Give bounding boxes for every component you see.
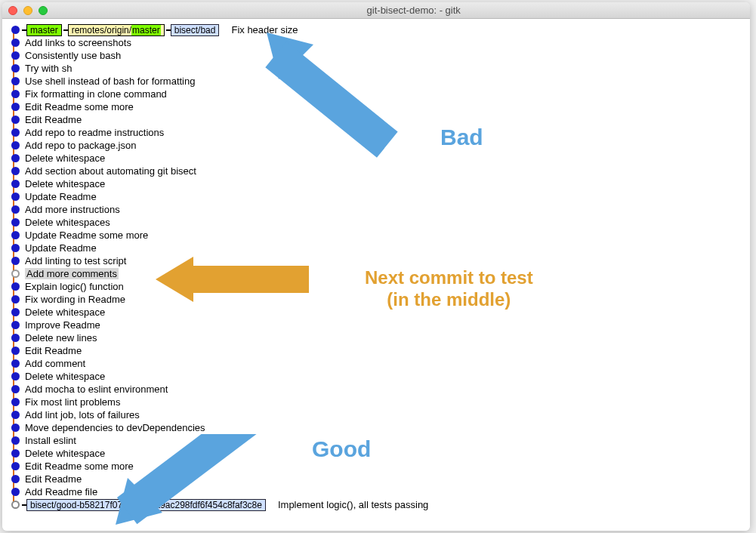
commit-row[interactable]: Move dependencies to devDependencies <box>8 421 744 434</box>
commit-row[interactable]: Fix most lint problems <box>8 396 744 408</box>
graph-node-col <box>8 51 22 60</box>
titlebar: git-bisect-demo: - gitk <box>2 2 750 19</box>
graph-node-col <box>8 501 22 509</box>
graph-node-col <box>8 308 22 316</box>
bisect-good-tag[interactable]: bisect/good-b58217f071509f8da9ac298fdf6f… <box>26 499 266 511</box>
commit-row[interactable]: Edit Readme <box>8 344 744 357</box>
commit-row[interactable]: Add lint job, lots of failures <box>8 408 744 421</box>
commit-row[interactable]: Add links to screenshots <box>8 36 744 49</box>
branch-tag-master[interactable]: master <box>26 24 62 36</box>
graph-node-col <box>8 180 22 188</box>
commit-row[interactable]: Delete whitespaces <box>8 216 744 229</box>
commit-node-icon <box>11 321 20 329</box>
commit-row[interactable]: Add comment <box>8 357 744 370</box>
zoom-icon[interactable] <box>39 6 48 15</box>
commit-row[interactable]: Add more instructions <box>8 203 744 216</box>
commit-row[interactable]: Add linting to test script <box>8 254 744 267</box>
commit-node-icon <box>11 488 20 496</box>
commit-row[interactable]: Edit Readme some more <box>8 460 744 473</box>
graph-node-col <box>8 436 22 445</box>
commit-list: masterremotes/origin/masterbisect/badFix… <box>8 23 744 511</box>
graph-node-col <box>8 64 22 72</box>
graph-node-col <box>8 39 22 47</box>
traffic-lights <box>8 6 48 15</box>
commit-row[interactable]: Delete new lines <box>8 331 744 344</box>
commit-row[interactable]: Add section about automating git bisect <box>8 165 744 177</box>
commit-row[interactable]: Add repo to package.json <box>8 139 744 152</box>
commit-message: Explain logic() function <box>25 281 124 292</box>
commit-row[interactable]: Explain logic() function <box>8 280 744 293</box>
commit-row[interactable]: Improve Readme <box>8 319 744 331</box>
commit-row[interactable]: Try with sh <box>8 62 744 75</box>
commit-node-icon <box>11 372 20 380</box>
commit-row[interactable]: masterremotes/origin/masterbisect/badFix… <box>8 23 744 36</box>
commit-node-icon <box>11 193 20 201</box>
commit-node-icon <box>11 449 20 458</box>
commit-node-icon <box>11 462 20 470</box>
graph-node-col <box>8 372 22 380</box>
commit-node-icon <box>11 475 20 483</box>
commit-node-icon <box>11 64 20 72</box>
graph-node-col <box>8 231 22 239</box>
remote-branch-tag[interactable]: remotes/origin/master <box>68 24 165 36</box>
graph-node-col <box>8 321 22 329</box>
commit-row[interactable]: Edit Readme <box>8 473 744 485</box>
commit-node-icon <box>11 90 20 98</box>
commit-message: Install eslint <box>25 435 76 446</box>
commit-row[interactable]: Delete whitespace <box>8 370 744 383</box>
commit-row[interactable]: Delete whitespace <box>8 306 744 319</box>
commit-row[interactable]: Consistently use bash <box>8 49 744 62</box>
commit-node-icon <box>11 359 20 368</box>
commit-row[interactable]: Delete whitespace <box>8 447 744 460</box>
commit-message: Add more comments <box>25 268 119 279</box>
commit-message: Improve Readme <box>25 319 100 331</box>
graph-node-col <box>8 116 22 124</box>
commit-node-icon <box>11 141 20 149</box>
window: git-bisect-demo: - gitk masterremotes/or… <box>2 2 750 531</box>
commit-node-icon <box>11 398 20 406</box>
commit-row[interactable]: Add repo to readme instructions <box>8 126 744 139</box>
commit-row[interactable]: Install eslint <box>8 434 744 447</box>
commit-message: Edit Readme <box>25 473 82 485</box>
commit-message: Delete whitespace <box>25 307 105 318</box>
commit-message: Update Readme <box>25 242 97 254</box>
commit-message: Fix formatting in clone command <box>25 88 167 100</box>
commit-message: Update Readme some more <box>25 230 148 241</box>
commit-row[interactable]: Use shell instead of bash for formatting <box>8 75 744 88</box>
graph-node-col <box>8 411 22 419</box>
commit-row[interactable]: Add Readme file <box>8 485 744 498</box>
graph-node-col <box>8 295 22 303</box>
commit-row[interactable]: Delete whitespace <box>8 152 744 165</box>
bisect-bad-tag[interactable]: bisect/bad <box>171 24 220 36</box>
commit-node-icon <box>11 334 20 342</box>
commit-node-icon <box>11 103 20 111</box>
commit-message: Add more instructions <box>25 204 120 215</box>
commit-node-icon <box>11 295 20 303</box>
graph-node-col <box>8 385 22 393</box>
commit-row[interactable]: Update Readme some more <box>8 229 744 242</box>
commit-node-icon <box>11 282 20 291</box>
commit-node-icon <box>11 424 20 432</box>
window-title: git-bisect-demo: - gitk <box>367 5 461 16</box>
commit-node-icon <box>11 205 20 214</box>
graph-node-col <box>8 141 22 149</box>
commit-row[interactable]: Update Readme <box>8 190 744 203</box>
minimize-icon[interactable] <box>23 6 32 15</box>
commit-row[interactable]: Edit Readme some more <box>8 100 744 113</box>
commit-node-icon <box>11 116 20 124</box>
commit-row[interactable]: Delete whitespace <box>8 177 744 190</box>
commit-row[interactable]: Edit Readme <box>8 113 744 126</box>
commit-message: Update Readme <box>25 191 97 202</box>
commit-row[interactable]: Update Readme <box>8 242 744 254</box>
commit-row[interactable]: Fix formatting in clone command <box>8 88 744 100</box>
close-icon[interactable] <box>8 6 17 15</box>
commit-row[interactable]: bisect/good-b58217f071509f8da9ac298fdf6f… <box>8 498 744 511</box>
commit-message: Fix wording in Readme <box>25 294 125 305</box>
commit-message: Try with sh <box>25 63 72 74</box>
commit-row[interactable]: Add more comments <box>8 267 744 280</box>
commit-node-icon <box>11 385 20 393</box>
commit-message: Delete whitespace <box>25 178 105 189</box>
commit-row[interactable]: Add mocha to eslint environment <box>8 383 744 396</box>
commit-message: Add repo to package.json <box>25 140 136 151</box>
commit-row[interactable]: Fix wording in Readme <box>8 293 744 306</box>
